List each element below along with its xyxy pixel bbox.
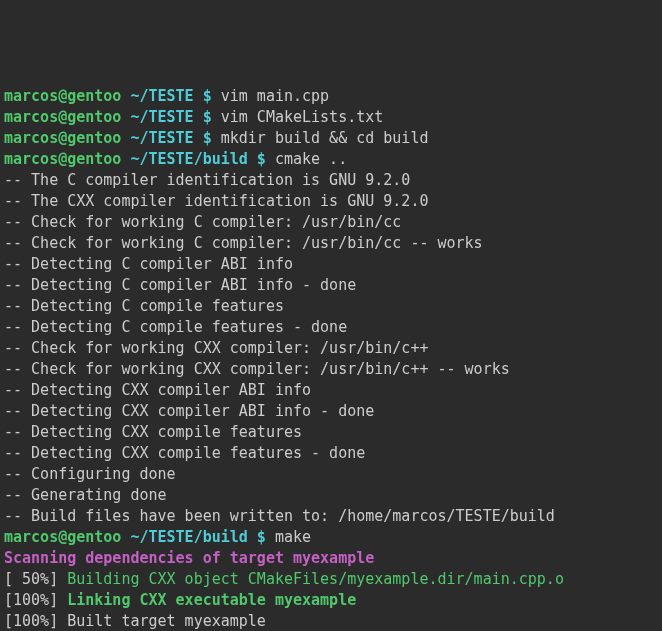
prompt-symbol: $: [194, 87, 221, 105]
terminal-line: marcos@gentoo ~/TESTE/build $ make: [4, 527, 658, 548]
terminal-line: -- Generating done: [4, 485, 658, 506]
terminal-line: -- Detecting C compiler ABI info - done: [4, 275, 658, 296]
terminal-line: Scanning dependencies of target myexampl…: [4, 548, 658, 569]
output-text: -- Configuring done: [4, 465, 176, 483]
terminal-line: -- Detecting CXX compile features - done: [4, 443, 658, 464]
terminal-line: -- Detecting C compiler ABI info: [4, 254, 658, 275]
prompt-symbol: $: [194, 129, 221, 147]
prompt-symbol: $: [194, 108, 221, 126]
terminal-line: [100%] Linking CXX executable myexample: [4, 590, 658, 611]
prompt-path: ~/TESTE/build: [130, 528, 247, 546]
output-text: -- Generating done: [4, 486, 167, 504]
terminal-line: -- The CXX compiler identification is GN…: [4, 191, 658, 212]
output-text: -- Check for working C compiler: /usr/bi…: [4, 213, 401, 231]
terminal[interactable]: marcos@gentoo ~/TESTE $ vim main.cppmarc…: [4, 86, 658, 631]
prompt-symbol: $: [248, 528, 275, 546]
terminal-line: -- Detecting C compile features - done: [4, 317, 658, 338]
prompt-user: marcos@gentoo: [4, 528, 121, 546]
terminal-line: -- Detecting C compile features: [4, 296, 658, 317]
terminal-line: -- Check for working CXX compiler: /usr/…: [4, 359, 658, 380]
output-text: [100%] Built target myexample: [4, 612, 266, 630]
build-progress: [ 50%]: [4, 570, 67, 588]
prompt-user: marcos@gentoo: [4, 87, 121, 105]
terminal-line: marcos@gentoo ~/TESTE $ vim main.cpp: [4, 86, 658, 107]
prompt-path: ~/TESTE: [130, 108, 193, 126]
output-text: -- Detecting CXX compiler ABI info: [4, 381, 311, 399]
command-text: vim main.cpp: [221, 87, 329, 105]
terminal-line: -- Configuring done: [4, 464, 658, 485]
terminal-line: marcos@gentoo ~/TESTE $ mkdir build && c…: [4, 128, 658, 149]
terminal-line: marcos@gentoo ~/TESTE $ vim CMakeLists.t…: [4, 107, 658, 128]
prompt-symbol: $: [248, 150, 275, 168]
terminal-line: [ 50%] Building CXX object CMakeFiles/my…: [4, 569, 658, 590]
terminal-line: -- Check for working CXX compiler: /usr/…: [4, 338, 658, 359]
output-text: -- Check for working CXX compiler: /usr/…: [4, 360, 510, 378]
terminal-line: [100%] Built target myexample: [4, 611, 658, 631]
output-text: -- Check for working C compiler: /usr/bi…: [4, 234, 483, 252]
terminal-line: -- Detecting CXX compiler ABI info: [4, 380, 658, 401]
terminal-line: -- Detecting CXX compiler ABI info - don…: [4, 401, 658, 422]
build-progress: [100%]: [4, 591, 67, 609]
output-text: -- Detecting C compile features - done: [4, 318, 347, 336]
command-text: make: [275, 528, 311, 546]
terminal-line: -- The C compiler identification is GNU …: [4, 170, 658, 191]
output-text: -- Detecting C compiler ABI info - done: [4, 276, 356, 294]
output-text: -- Check for working CXX compiler: /usr/…: [4, 339, 428, 357]
command-text: mkdir build && cd build: [221, 129, 429, 147]
prompt-path: ~/TESTE: [130, 87, 193, 105]
terminal-line: -- Build files have been written to: /ho…: [4, 506, 658, 527]
scan-text: Scanning dependencies of target myexampl…: [4, 549, 374, 567]
command-text: vim CMakeLists.txt: [221, 108, 384, 126]
output-text: -- Build files have been written to: /ho…: [4, 507, 555, 525]
prompt-user: marcos@gentoo: [4, 150, 121, 168]
output-text: -- Detecting C compile features: [4, 297, 284, 315]
prompt-user: marcos@gentoo: [4, 108, 121, 126]
output-text: -- Detecting C compiler ABI info: [4, 255, 293, 273]
prompt-path: ~/TESTE: [130, 129, 193, 147]
link-text: Linking CXX executable myexample: [67, 591, 356, 609]
terminal-line: marcos@gentoo ~/TESTE/build $ cmake ..: [4, 149, 658, 170]
output-text: -- The C compiler identification is GNU …: [4, 171, 410, 189]
output-text: -- Detecting CXX compile features: [4, 423, 302, 441]
prompt-path: ~/TESTE/build: [130, 150, 247, 168]
terminal-line: -- Check for working C compiler: /usr/bi…: [4, 233, 658, 254]
output-text: -- Detecting CXX compiler ABI info - don…: [4, 402, 374, 420]
command-text: cmake ..: [275, 150, 347, 168]
output-text: -- Detecting CXX compile features - done: [4, 444, 365, 462]
build-text: Building CXX object CMakeFiles/myexample…: [67, 570, 564, 588]
terminal-line: -- Check for working C compiler: /usr/bi…: [4, 212, 658, 233]
prompt-user: marcos@gentoo: [4, 129, 121, 147]
output-text: -- The CXX compiler identification is GN…: [4, 192, 428, 210]
terminal-line: -- Detecting CXX compile features: [4, 422, 658, 443]
